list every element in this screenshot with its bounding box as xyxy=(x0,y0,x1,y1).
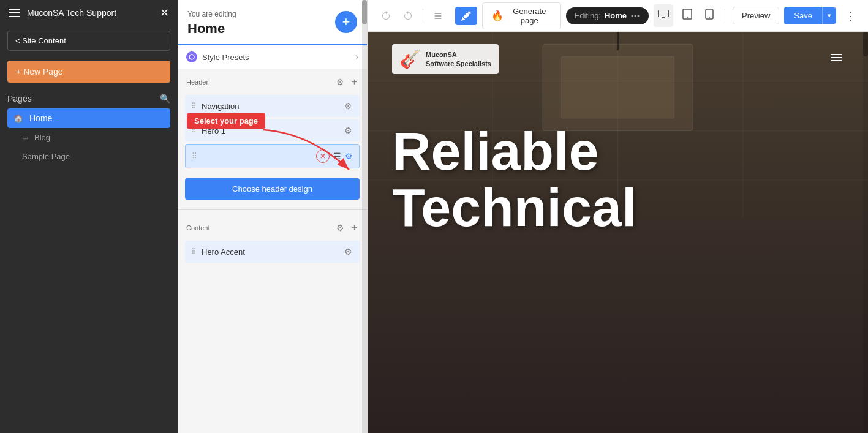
selected-header-item[interactable]: ⠿ ✕ ☰ ⚙ xyxy=(185,144,360,168)
editing-page-name: Home xyxy=(187,21,357,37)
editing-header: You are editing Home + xyxy=(178,0,367,45)
sidebar-header: MuconSA Tech Support ✕ xyxy=(0,0,178,26)
drag-handle-icon: ⠿ xyxy=(191,247,197,256)
section-header-right: ⚙ + xyxy=(335,75,358,89)
style-presets-row[interactable]: Style Presets › xyxy=(178,45,367,69)
hero1-item-right: ⚙ xyxy=(343,124,353,137)
content-panel-list: ⠿ Hero Accent ⚙ xyxy=(178,238,367,268)
hero1-settings-button[interactable]: ⚙ xyxy=(343,124,353,137)
panel-scrollbar[interactable] xyxy=(362,0,367,433)
page-item-blog-label: Blog xyxy=(34,133,50,142)
pages-label: Pages xyxy=(7,94,32,104)
content-section-label: Content xyxy=(186,224,210,232)
gear-icon[interactable]: ⚙ xyxy=(345,151,353,161)
content-add-button[interactable]: + xyxy=(350,221,358,235)
list-view-button[interactable] xyxy=(428,7,448,24)
content-section-header-right: ⚙ + xyxy=(335,221,358,235)
hero-accent-settings-button[interactable]: ⚙ xyxy=(343,246,353,258)
list-icon[interactable]: ☰ xyxy=(333,151,341,161)
style-presets-chevron: › xyxy=(355,51,358,62)
header-settings-button[interactable]: ⚙ xyxy=(335,76,345,88)
canvas-nav: 🎸 MuconSA Software Specialists xyxy=(368,32,868,86)
header-add-button[interactable]: + xyxy=(350,75,358,89)
toolbar-right: Preview Save ▾ ⋮ xyxy=(654,4,859,27)
drag-handle-icon: ⠿ xyxy=(191,102,197,110)
sidebar-header-left: MuconSA Tech Support xyxy=(9,8,116,18)
page-item-sample-label: Sample Page xyxy=(22,152,70,161)
generate-label: Generate page xyxy=(507,7,552,25)
hero-accent-item-label: Hero Accent xyxy=(202,247,245,257)
generate-page-button[interactable]: 🔥 Generate page xyxy=(482,2,561,29)
panel-divider xyxy=(178,209,367,210)
canvas-scrollbar-thumb xyxy=(863,32,868,56)
header-section-header: Header ⚙ + xyxy=(178,69,367,92)
site-content-button[interactable]: < Site Content xyxy=(7,31,170,51)
hamburger-icon[interactable] xyxy=(9,9,20,17)
tablet-device-button[interactable] xyxy=(678,5,696,26)
canvas-content: 🎸 MuconSA Software Specialists Reliable … xyxy=(368,32,868,433)
drag-handle-icon: ⠿ xyxy=(191,126,197,135)
add-section-button[interactable]: + xyxy=(335,11,357,33)
hero-accent-list-item[interactable]: ⠿ Hero Accent ⚙ xyxy=(185,241,360,263)
selected-item-left: ⠿ xyxy=(192,152,197,160)
header-section-label: Header xyxy=(186,78,208,86)
style-presets-icon xyxy=(186,51,197,62)
close-button[interactable]: ✕ xyxy=(160,6,169,20)
toolbar-separator xyxy=(423,9,423,23)
choose-header-design-button[interactable]: Choose header design xyxy=(185,178,360,200)
logo-box: 🎸 MuconSA Software Specialists xyxy=(392,44,499,74)
redo-button[interactable] xyxy=(398,7,418,24)
navigation-item-left: ⠿ Navigation xyxy=(191,102,239,111)
toolbar-left xyxy=(376,7,448,24)
toolbar-separator2 xyxy=(725,9,725,23)
toolbar-center: Editing: Home xyxy=(566,7,649,24)
new-page-button[interactable]: + New Page xyxy=(7,61,170,83)
more-options-button[interactable]: ⋮ xyxy=(841,6,859,26)
style-presets-label: Style Presets xyxy=(202,53,249,62)
navigation-settings-button[interactable]: ⚙ xyxy=(343,100,353,112)
mobile-device-button[interactable] xyxy=(701,5,717,26)
navigation-item-right: ⚙ xyxy=(343,100,353,112)
pages-search-button[interactable]: 🔍 xyxy=(160,94,170,104)
logo-guitar-icon: 🎸 xyxy=(399,49,421,69)
sidebar-item-sample[interactable]: Sample Page xyxy=(7,147,170,166)
hero1-list-item[interactable]: ⠿ Hero 1 ⚙ xyxy=(185,119,360,141)
remove-icon[interactable]: ✕ xyxy=(316,149,330,163)
svg-point-5 xyxy=(709,17,710,18)
editing-page-badge: Home xyxy=(605,11,627,20)
editing-prefix: Editing: xyxy=(575,11,601,20)
panel-scroll: Header ⚙ + ⠿ Navigation ⚙ ⠿ xyxy=(178,69,367,433)
hero1-item-label: Hero 1 xyxy=(202,126,225,135)
page-item-home-label: Home xyxy=(29,113,52,123)
desktop-device-button[interactable] xyxy=(654,4,673,27)
editing-label: You are editing xyxy=(187,10,357,18)
generate-icon: 🔥 xyxy=(491,10,504,21)
hero-accent-item-left: ⠿ Hero Accent xyxy=(191,247,245,257)
top-toolbar: 🔥 Generate page Editing: Home Preview xyxy=(368,0,868,32)
canvas-hero-section: Reliable Technical xyxy=(368,86,868,236)
navigation-list-item[interactable]: ⠿ Navigation ⚙ xyxy=(185,95,360,117)
sidebar-item-home[interactable]: 🏠 Home xyxy=(7,108,170,128)
left-sidebar: MuconSA Tech Support ✕ < Site Content + … xyxy=(0,0,178,433)
logo-line2: Software Specialists xyxy=(426,59,491,68)
save-button[interactable]: Save xyxy=(784,7,822,24)
navigation-item-label: Navigation xyxy=(202,102,239,111)
hero-accent-item-right: ⚙ xyxy=(343,246,353,258)
canvas-area: 🎸 MuconSA Software Specialists Reliable … xyxy=(368,32,868,433)
selected-row-icons: ✕ ☰ ⚙ xyxy=(316,149,353,163)
drag-handle-icon: ⠿ xyxy=(192,152,197,160)
undo-button[interactable] xyxy=(376,7,396,24)
canvas-scrollbar[interactable] xyxy=(863,32,868,433)
svg-point-3 xyxy=(687,17,688,18)
center-panel: You are editing Home + Style Presets › S… xyxy=(178,0,368,433)
sidebar-item-blog[interactable]: ▭ Blog xyxy=(7,128,170,147)
content-settings-button[interactable]: ⚙ xyxy=(335,222,345,234)
blog-icon: ▭ xyxy=(22,134,28,141)
canvas-menu-icon xyxy=(829,50,843,69)
pages-header: Pages 🔍 xyxy=(7,94,170,104)
hero1-item-left: ⠿ Hero 1 xyxy=(191,126,225,135)
editor-mode-button[interactable] xyxy=(455,7,477,25)
preview-button[interactable]: Preview xyxy=(733,7,779,24)
home-icon: 🏠 xyxy=(13,114,23,123)
save-dropdown-button[interactable]: ▾ xyxy=(822,7,836,24)
